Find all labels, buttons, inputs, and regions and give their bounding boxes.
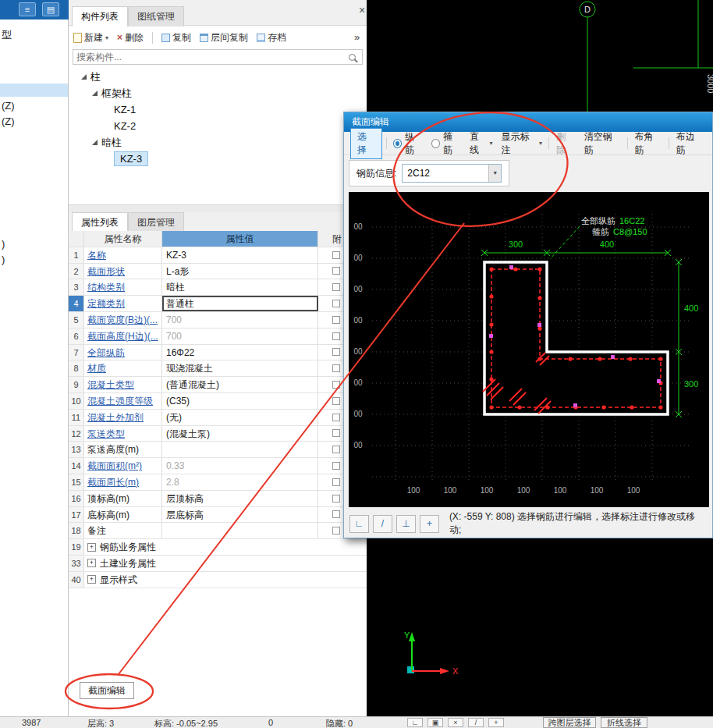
expanded-arrow-icon[interactable]	[92, 91, 98, 96]
property-name[interactable]: 全部纵筋	[84, 345, 162, 360]
tab-component-list[interactable]: 构件列表	[72, 6, 128, 27]
property-value[interactable]: 层底标高	[162, 507, 318, 523]
table-row[interactable]: 6截面高度(H边)(...700	[69, 328, 367, 345]
toolbar-overflow-button[interactable]: »	[354, 31, 360, 43]
property-value[interactable]: (普通混凝土)	[162, 377, 318, 392]
property-value[interactable]: 700	[162, 328, 318, 344]
new-button[interactable]: 新建▾	[73, 31, 108, 44]
property-value[interactable]: 16Φ22	[162, 345, 318, 360]
property-value[interactable]: KZ-3	[162, 247, 318, 263]
table-row[interactable]: 7全部纵筋16Φ22	[69, 345, 367, 361]
attach-checkbox[interactable]	[332, 446, 340, 453]
table-row[interactable]: 14截面面积(m²)0.33	[69, 458, 367, 474]
property-value[interactable]: (C35)	[162, 393, 318, 409]
property-value[interactable]: 0.33	[162, 458, 318, 474]
property-name[interactable]: 混凝土强度等级	[84, 393, 162, 409]
attach-checkbox[interactable]	[332, 478, 340, 486]
move-tool-button[interactable]: +	[420, 515, 439, 533]
attach-checkbox[interactable]	[332, 348, 340, 356]
attach-checkbox[interactable]	[332, 527, 340, 534]
box-select-icon[interactable]: ▣	[427, 718, 443, 727]
property-value[interactable]: 暗柱	[162, 279, 318, 295]
property-value[interactable]: (混凝土泵)	[162, 426, 318, 442]
attach-checkbox[interactable]	[332, 429, 340, 437]
expand-icon[interactable]: +	[87, 575, 96, 584]
delete-button[interactable]: ×删除	[117, 31, 144, 44]
attach-checkbox[interactable]	[332, 510, 340, 518]
property-value[interactable]	[162, 523, 318, 538]
property-name[interactable]: 截面面积(m²)	[84, 458, 162, 474]
rebar-info-combo[interactable]: ▾	[402, 164, 502, 183]
attach-checkbox[interactable]	[332, 267, 340, 275]
property-name[interactable]: 备注	[84, 523, 162, 538]
table-row[interactable]: 3结构类别暗柱	[69, 279, 367, 296]
cross-select-icon[interactable]: ×	[448, 718, 463, 727]
property-name[interactable]: 混凝土外加剂	[84, 410, 162, 425]
property-name[interactable]: 截面宽度(B边)(...	[84, 312, 162, 328]
group-row-style[interactable]: 40+显示样式	[69, 572, 367, 588]
property-value[interactable]: 层顶标高	[162, 491, 318, 506]
property-name[interactable]: 截面周长(m)	[84, 474, 162, 490]
table-row[interactable]: 9混凝土类型(普通混凝土)	[69, 377, 367, 393]
polyline-select-button[interactable]: 折线选择	[601, 717, 647, 728]
tree-item-kz3[interactable]: KZ-3	[69, 151, 367, 167]
expanded-arrow-icon[interactable]	[81, 74, 87, 80]
attach-checkbox[interactable]	[332, 283, 340, 291]
list-icon[interactable]: ≡	[19, 2, 36, 16]
expanded-arrow-icon[interactable]	[92, 140, 98, 145]
property-name[interactable]: 结构类别	[84, 279, 162, 295]
property-value[interactable]: 现浇混凝土	[162, 360, 318, 376]
longitudinal-radio[interactable]: 纵筋	[391, 129, 425, 158]
property-name[interactable]: 截面形状	[84, 264, 162, 279]
attach-checkbox[interactable]	[332, 332, 340, 340]
combo-dropdown-button[interactable]: ▾	[488, 165, 501, 182]
copy-button[interactable]: 复制	[161, 31, 191, 44]
attach-checkbox[interactable]	[332, 251, 340, 259]
panel-layout-icon[interactable]: ▤	[42, 2, 59, 16]
archive-button[interactable]: 存档	[257, 31, 286, 44]
table-row[interactable]: 18备注	[69, 523, 367, 539]
cross-layer-select-button[interactable]: 跨图层选择	[543, 717, 596, 728]
floor-copy-button[interactable]: 层间复制	[200, 31, 248, 44]
table-row[interactable]: 2截面形状L-a形	[69, 264, 367, 280]
expand-icon[interactable]: +	[87, 559, 96, 567]
corner-bar-button[interactable]: 布角筋	[631, 129, 664, 158]
group-row-civil[interactable]: 33+土建业务属性	[69, 556, 367, 572]
table-row[interactable]: 17底标高(m)层底标高	[69, 507, 367, 524]
radio-off-icon[interactable]	[431, 139, 440, 148]
line-select-icon[interactable]: /	[468, 718, 484, 727]
property-value[interactable]: 2.8	[162, 474, 318, 490]
attach-checkbox[interactable]	[332, 381, 340, 389]
section-canvas[interactable]: 100100100100100100100 0000000000000000	[349, 192, 709, 507]
property-name[interactable]: 混凝土类型	[84, 377, 162, 392]
table-row[interactable]: 11混凝土外加剂(无)	[69, 410, 367, 426]
property-name[interactable]: 定额类别	[84, 296, 162, 311]
search-input[interactable]	[73, 51, 349, 62]
add-select-icon[interactable]: +	[488, 718, 504, 727]
property-name[interactable]: 顶标高(m)	[84, 491, 162, 506]
clear-rebar-button[interactable]: 清空钢筋	[581, 129, 623, 158]
tree-item-kz2[interactable]: KZ-2	[69, 118, 367, 134]
draw-tool-button[interactable]: /	[373, 515, 392, 533]
angle-tool-button[interactable]: ∟	[349, 515, 369, 533]
table-row[interactable]: 10混凝土强度等级(C35)	[69, 393, 367, 410]
rebar-info-input[interactable]	[403, 168, 488, 179]
search-icon[interactable]	[349, 54, 356, 61]
section-edit-button[interactable]: 截面编辑	[80, 682, 134, 699]
column-section-outline[interactable]	[484, 262, 668, 414]
property-value-editing[interactable]: 普通柱	[162, 296, 318, 311]
attach-checkbox[interactable]	[332, 495, 340, 502]
tree-item-column[interactable]: 柱	[69, 69, 367, 85]
tree-item-frame-column[interactable]: 框架柱	[69, 85, 367, 101]
attach-checkbox[interactable]	[332, 364, 340, 372]
tab-drawing-manage[interactable]: 图纸管理	[128, 6, 184, 27]
table-row[interactable]: 13泵送高度(m)	[69, 442, 367, 458]
property-name[interactable]: 材质	[84, 360, 162, 376]
line-tool-dropdown[interactable]: 直线▾	[467, 129, 495, 158]
attach-checkbox[interactable]	[332, 397, 340, 405]
selected-row-fragment[interactable]	[0, 83, 68, 97]
show-label-dropdown[interactable]: 显示标注▾	[499, 129, 545, 158]
delete-rebar-button[interactable]: 删除	[553, 129, 577, 158]
table-row[interactable]: 8材质现浇混凝土	[69, 360, 367, 377]
corner-select-icon[interactable]: ∟	[407, 718, 423, 727]
